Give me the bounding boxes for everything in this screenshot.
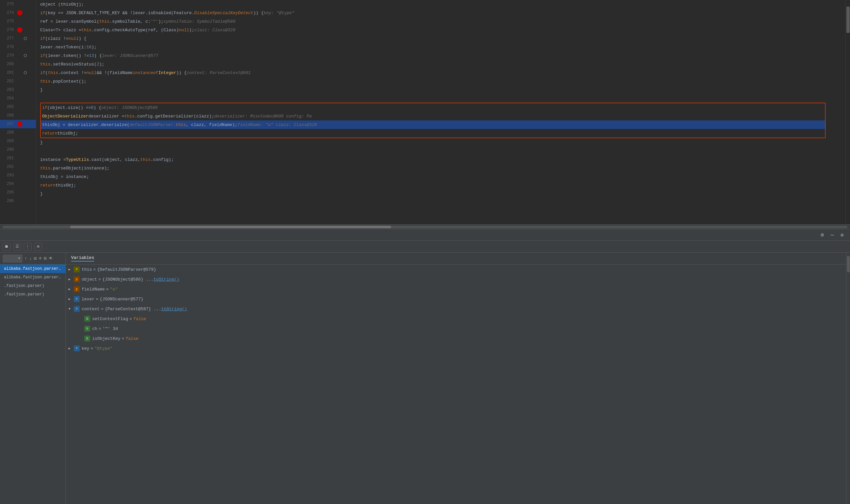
var-row[interactable]: ▶ b setContextFlag = false (66, 314, 846, 324)
stack-item[interactable]: .fastjson.parser) (0, 290, 66, 299)
line-number: 278 (0, 45, 16, 49)
up-icon[interactable]: ↑ (24, 256, 27, 261)
var-value: false (133, 317, 146, 321)
expand-icon[interactable]: ▶ (68, 287, 74, 291)
code-line: if (clazz != null ) { (36, 34, 845, 43)
debug-icon-3[interactable]: ⋮ (24, 243, 32, 251)
var-eq-icon: = (74, 306, 80, 312)
var-eq: = (106, 287, 109, 292)
var-link[interactable]: toString() (161, 307, 187, 311)
var-link[interactable]: toString() (154, 277, 179, 282)
line-number: 291 (0, 156, 16, 161)
line-row: 293 (0, 171, 36, 180)
minimize-icon[interactable]: — (831, 232, 834, 238)
line-row: 279 (0, 51, 36, 60)
code-line-295: } (36, 190, 845, 198)
line-number: 285 (0, 105, 16, 109)
line-row: 285 (0, 103, 36, 111)
var-row[interactable]: ▶ = this = {DefaultJSONParser@579} (66, 265, 846, 274)
code-line: Class<?> clazz = this .config.checkAutoT… (36, 26, 845, 34)
line-row: 294 (0, 180, 36, 188)
code-line (36, 94, 845, 103)
var-row[interactable]: ▼ = context = {ParseContext@587} ... toS… (66, 304, 846, 314)
var-eq: = (101, 307, 104, 311)
expand-icon[interactable]: ▼ (68, 307, 74, 311)
down-icon[interactable]: ↓ (29, 256, 32, 261)
line-row: 281 (0, 68, 36, 77)
var-row[interactable]: ▶ = lexer = {JSONScanner@577} (66, 294, 846, 304)
debug-icon-2[interactable]: ☰ (13, 243, 21, 251)
var-value: {JSONScanner@577} (100, 297, 143, 302)
line-row: 283 (0, 86, 36, 94)
var-value: {ParseContext@587} ... (105, 307, 161, 311)
scrollbar-thumb-right[interactable] (846, 6, 850, 33)
expand-icon[interactable]: ▶ (68, 277, 74, 281)
var-row[interactable]: ▶ p object = {JSONObject@586} ... toStri… (66, 274, 846, 284)
settings-icon[interactable]: ⚙ (821, 232, 824, 238)
stack-item[interactable]: alibaba.fastjson.parser) [ (0, 265, 66, 273)
debug-scrollbar-thumb[interactable] (847, 256, 850, 272)
boxed-region: if (object.size() <= 0 ) { object: JSONO… (40, 103, 826, 138)
stack-item-label: .fastjson.parser) (4, 284, 44, 288)
var-row[interactable]: ▶ p fieldName = "a" (66, 284, 846, 294)
debug-icon-4[interactable]: ⊞ (34, 243, 42, 251)
line-number: 275 (0, 19, 16, 24)
expand-icon[interactable]: ▶ (68, 297, 74, 301)
line-row: 289 (0, 137, 36, 145)
gutter-dot-hollow (24, 54, 27, 57)
breakpoint-icon[interactable] (17, 121, 22, 127)
var-value: {JSONObject@586} ... (102, 277, 154, 282)
stack-item[interactable]: .fastjson.parser) (0, 282, 66, 290)
variables-tab[interactable]: Variables (71, 255, 94, 262)
var-name: object (82, 277, 97, 282)
code-line-294: return thisObj; (36, 181, 845, 190)
filter-icon[interactable]: ⊡ (34, 256, 37, 261)
var-row[interactable]: ▶ b ch = '"' 34 (66, 324, 846, 334)
var-row[interactable]: ▶ = key = "@type" (66, 343, 846, 353)
var-value: "@type" (94, 346, 112, 351)
var-name: ch (92, 326, 98, 331)
expand-icon[interactable]: ▶ (68, 268, 74, 271)
line-row: 277 (0, 34, 36, 43)
var-name: setContextFlag (92, 317, 128, 321)
var-b-icon: b (84, 326, 90, 331)
var-eq: = (90, 346, 93, 351)
breakpoint-icon[interactable] (17, 10, 22, 16)
breakpoint-icon[interactable] (17, 27, 22, 33)
var-row[interactable]: ▶ b isObjectKey = false (66, 334, 846, 343)
var-p-icon: p (74, 276, 80, 282)
line-number: 286 (0, 113, 16, 118)
code-line-285: if (object.size() <= 0 ) { object: JSONO… (41, 103, 825, 112)
copy-icon[interactable]: ⧉ (44, 256, 47, 261)
var-eq: = (99, 326, 101, 331)
code-line-289: } (36, 138, 845, 147)
var-eq: = (122, 336, 124, 341)
line-number: 288 (0, 130, 16, 135)
debug-panel: ⏹ ☰ ⋮ ⊞ ▼ ↑ ↓ ⊡ + ⧉ (0, 241, 850, 504)
code-line: this .setResolveStatus( 2 ); (36, 60, 845, 68)
code-container: 275 274 275 276 (0, 0, 850, 224)
var-b-icon: b (84, 336, 90, 341)
app-container: 275 274 275 276 (0, 0, 850, 504)
line-row: 291 (0, 154, 36, 163)
debug-content: ▼ ↑ ↓ ⊡ + ⧉ 👁 alibaba.fastjson.parser) [… (0, 253, 850, 504)
horizontal-scrollbar[interactable] (0, 224, 850, 229)
debug-icon-1[interactable]: ⏹ (3, 243, 11, 251)
expand-icon[interactable]: ▶ (68, 346, 74, 350)
line-number: 284 (0, 96, 16, 101)
stack-item-label: alibaba.fastjson.parser) [ (4, 267, 66, 271)
gutter-dot-hollow (24, 71, 27, 74)
call-stack-dropdown[interactable]: ▼ (3, 255, 22, 263)
expand-icon: ▶ (79, 327, 84, 331)
line-row: 286 (0, 111, 36, 120)
line-row: 280 (0, 60, 36, 68)
watch-icon[interactable]: 👁 (49, 256, 53, 261)
add-icon[interactable]: + (38, 256, 42, 262)
code-line: this .popContext(); (36, 77, 845, 86)
h-scrollbar-thumb[interactable] (70, 226, 391, 228)
var-name: this (82, 267, 92, 272)
stack-item[interactable]: alibaba.fastjson.parser) [1 (0, 273, 66, 282)
layout-icon[interactable]: ⊞ (841, 232, 844, 238)
line-gutter: 275 274 275 276 (0, 0, 36, 224)
code-line-287: thisObj = deserializer.deserialze( defau… (41, 121, 825, 129)
